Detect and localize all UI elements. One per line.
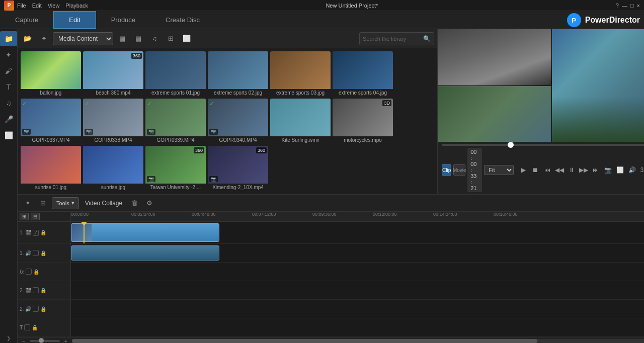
zoom-thumb[interactable] <box>39 338 44 343</box>
sidebar-collapse-btn[interactable]: ❯ <box>5 333 13 343</box>
list-item[interactable]: ✓ 📷 GOPR0339.MP4 <box>145 99 206 144</box>
list-item[interactable]: 360 📷 Ximending-2_10X.mp4 <box>208 146 268 191</box>
track-content-video-2[interactable] <box>71 281 644 299</box>
clip-btn[interactable]: Clip <box>442 164 451 176</box>
track-visible-checkbox[interactable]: ✓ <box>33 230 39 236</box>
fit-dropdown[interactable]: Fit 50% 100% <box>484 165 514 175</box>
search-input[interactable] <box>363 36 423 42</box>
track-visible-checkbox[interactable] <box>33 287 39 293</box>
menu-view[interactable]: View <box>48 3 60 9</box>
fast-forward-btn[interactable]: ▶▶ <box>578 165 589 175</box>
fit-tracks-btn[interactable]: ⊞ <box>20 213 29 220</box>
clip-icon: 📷 <box>209 129 218 135</box>
3d-btn[interactable]: 3D <box>638 165 644 175</box>
view-list-btn[interactable]: ▤ <box>131 32 145 45</box>
timeline-scrollbar[interactable] <box>72 339 644 343</box>
menu-file[interactable]: File <box>17 3 26 9</box>
list-item[interactable]: sunrise 01.jpg <box>21 146 81 191</box>
track-visible-checkbox[interactable] <box>26 269 32 275</box>
stop-btn[interactable]: ⏹ <box>530 165 541 175</box>
list-item[interactable]: extreme sports 03.jpg <box>270 51 331 97</box>
import-media-btn[interactable]: 📂 <box>21 32 35 45</box>
zoom-in-btn[interactable]: + <box>62 337 70 344</box>
media-type-dropdown[interactable]: Media Content Video Photo Audio <box>53 32 113 45</box>
list-item[interactable]: ✓ 📷 GOPR0340.MP4 <box>208 99 268 144</box>
prev-frame-btn[interactable]: ⏮ <box>542 165 553 175</box>
preview-slider-thumb[interactable] <box>508 142 514 148</box>
zoom-tracks-btn[interactable]: ⊟ <box>31 213 40 220</box>
volume-btn[interactable]: 🔊 <box>626 165 637 175</box>
view-all-btn[interactable]: ⊞ <box>164 32 178 45</box>
list-item[interactable]: extreme sports 04.jpg <box>333 51 393 97</box>
pause-btn[interactable]: ⏸ <box>566 165 577 175</box>
list-item[interactable]: 3D motorcycles.mpo <box>333 99 393 144</box>
preview-timeline-slider[interactable] <box>442 144 644 146</box>
track-label-audio-1: 1. 🔊 🔒 <box>18 244 71 262</box>
rewind-btn[interactable]: ◀◀ <box>554 165 565 175</box>
menu-playback[interactable]: Playback <box>65 3 88 9</box>
view-grid-btn[interactable]: ▦ <box>115 32 129 45</box>
next-frame-btn[interactable]: ⏭ <box>590 165 601 175</box>
track-content-audio-1[interactable] <box>71 244 644 262</box>
sidebar-icon-chapter[interactable]: ⬜ <box>0 128 17 143</box>
tab-capture[interactable]: Capture <box>0 11 53 29</box>
track-lock-icon[interactable]: 🔒 <box>33 269 39 275</box>
list-item[interactable]: extreme sports 01.jpg <box>145 51 206 97</box>
sidebar-icon-fx[interactable]: ✦ <box>0 47 17 62</box>
zoom-out-btn[interactable]: − <box>20 337 28 344</box>
track-visible-checkbox[interactable] <box>33 250 39 256</box>
sidebar-icon-voice[interactable]: 🎤 <box>0 112 17 127</box>
play-btn[interactable]: ▶ <box>518 165 529 175</box>
timeline-scrollbar-thumb[interactable] <box>72 339 537 343</box>
list-item[interactable]: ballon.jpg <box>21 51 81 97</box>
sidebar-icon-color[interactable]: 🖌 <box>0 63 17 78</box>
menu-edit[interactable]: Edit <box>32 3 42 9</box>
tab-produce[interactable]: Produce <box>96 11 150 29</box>
maximize-btn[interactable]: □ <box>630 3 634 9</box>
media-thumb <box>270 51 331 89</box>
timeline-magic-btn[interactable]: ✦ <box>22 197 34 209</box>
track-lock-icon[interactable]: 🔒 <box>40 288 46 293</box>
sidebar-icon-title[interactable]: T <box>0 79 17 95</box>
list-item[interactable]: 360 beach 360.mp4 <box>83 51 143 97</box>
filter-audio-btn[interactable]: ♫ <box>147 32 162 45</box>
close-btn[interactable]: × <box>637 3 640 9</box>
delete-clip-btn[interactable]: 🗑 <box>128 197 140 209</box>
tab-create-disc[interactable]: Create Disc <box>150 11 215 29</box>
list-item[interactable]: ✓ 📷 GOPR0337.MP4 <box>21 99 81 144</box>
track-lock-icon[interactable]: 🔒 <box>40 230 46 235</box>
track-lock-icon[interactable]: 🔒 <box>32 325 38 330</box>
track-lock-icon[interactable]: 🔒 <box>40 250 46 256</box>
playhead[interactable] <box>84 222 85 243</box>
zoom-slider[interactable] <box>30 340 60 342</box>
help-btn[interactable]: ? <box>616 3 619 9</box>
snapshot-btn[interactable]: 📷 <box>602 165 613 175</box>
list-item[interactable]: sunrise.jpg <box>83 146 143 191</box>
fullscreen-btn[interactable]: ⬜ <box>614 165 625 175</box>
track-content-audio-2[interactable] <box>71 300 644 318</box>
sidebar-icon-audio[interactable]: ♫ <box>0 96 17 111</box>
tools-dropdown-btn[interactable]: Tools ▾ <box>52 197 79 209</box>
minimize-btn[interactable]: — <box>622 3 627 9</box>
list-item[interactable]: Kite Surfing.wmv <box>270 99 331 144</box>
window-controls[interactable]: ? — □ × <box>616 3 640 9</box>
audio-clip-block[interactable] <box>71 245 219 261</box>
list-item[interactable]: ✓ 📷 GOPR0338.MP4 <box>83 99 143 144</box>
track-content-text[interactable] <box>71 318 644 336</box>
track-visible-checkbox[interactable] <box>33 306 39 312</box>
list-item[interactable]: extreme sports 02.jpg <box>208 51 268 97</box>
list-item[interactable]: 360 📷 Taiwan University -2 ... <box>145 146 206 191</box>
movie-btn[interactable]: Movie <box>453 164 465 176</box>
view-thumb-btn[interactable]: ⬜ <box>180 32 194 45</box>
track-visible-checkbox[interactable] <box>24 324 30 330</box>
tab-edit[interactable]: Edit <box>53 11 96 29</box>
track-content-video-1[interactable] <box>71 222 644 243</box>
sidebar-icon-media[interactable]: 📁 <box>0 31 17 46</box>
clip-settings-btn[interactable]: ⚙ <box>143 197 155 209</box>
clip-block[interactable] <box>71 223 219 242</box>
zoom-fit-btn[interactable]: ⊞ <box>37 197 49 209</box>
magic-btn[interactable]: ✦ <box>37 32 51 45</box>
track-lock-icon[interactable]: 🔒 <box>40 306 46 312</box>
track-content-fx[interactable] <box>71 263 644 281</box>
check-icon: ✓ <box>22 100 27 107</box>
